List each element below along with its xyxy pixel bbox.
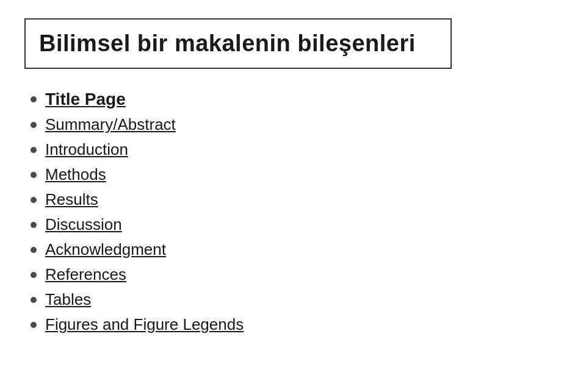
list-item-label: References (45, 265, 126, 284)
bullet-icon (31, 222, 37, 228)
bullet-icon (31, 197, 37, 203)
list-item: Figures and Figure Legends (24, 313, 562, 337)
list-item-label: Title Page (45, 90, 126, 109)
title-box: Bilimsel bir makalenin bileşenleri (24, 18, 452, 69)
list-item: Methods (24, 163, 562, 187)
bullet-icon (31, 322, 37, 328)
list-item: Results (24, 188, 562, 212)
bullet-icon (31, 147, 37, 153)
list-item-label: Discussion (45, 215, 122, 234)
bullet-icon (31, 297, 37, 303)
bullet-icon (31, 96, 37, 102)
slide-title: Bilimsel bir makalenin bileşenleri (39, 30, 437, 57)
list-item: Title Page (24, 87, 562, 112)
list-item: Summary/Abstract (24, 113, 562, 137)
bullet-icon (31, 172, 37, 178)
list-item-label: Acknowledgment (45, 240, 166, 259)
bullet-icon (31, 272, 37, 278)
list-item-label: Results (45, 190, 98, 209)
bullet-icon (31, 247, 37, 253)
list-item-label: Introduction (45, 140, 128, 159)
list-item-label: Figures and Figure Legends (45, 315, 244, 334)
list-item: References (24, 263, 562, 287)
list-item-label: Summary/Abstract (45, 115, 176, 134)
bullet-icon (31, 122, 37, 128)
content-list: Title PageSummary/AbstractIntroductionMe… (24, 87, 562, 337)
slide-container: Bilimsel bir makalenin bileşenleri Title… (0, 0, 586, 392)
list-item: Acknowledgment (24, 238, 562, 262)
list-item: Discussion (24, 213, 562, 237)
list-item: Tables (24, 288, 562, 312)
list-item-label: Tables (45, 290, 91, 309)
list-item: Introduction (24, 138, 562, 162)
list-item-label: Methods (45, 165, 106, 184)
